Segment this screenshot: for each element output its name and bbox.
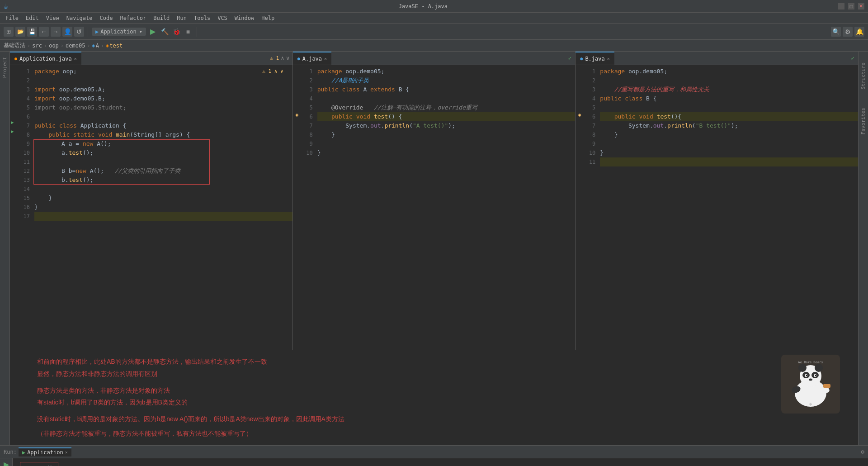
right-line-5 [600,103,858,112]
back-button[interactable]: ← [39,27,49,37]
titlebar-left: ☕ [4,2,8,10]
menu-edit[interactable]: Edit [22,14,42,22]
right-line-6: public void test(){ [600,112,858,121]
breadcrumb-class-a[interactable]: ◉ A [92,43,99,49]
code-line-8: public static void main(String[] args) { [34,130,292,139]
titlebar: ☕ JavaSE - A.java — □ ✕ [0,0,868,13]
search-everywhere-button[interactable]: 🔍 [831,27,841,37]
right-line-2 [600,76,858,85]
right-editor-content: ◉ 1234567891011 package oop.demo05; //重写… [576,65,858,350]
new-project-button[interactable]: ⊞ [4,27,14,37]
middle-code-content: package oop.demo05; //A是B的子类 public clas… [316,65,576,350]
toolbar-separator-2 [197,27,197,37]
project-panel-label[interactable]: Project [2,53,8,81]
mid-line-5: @Override //注解—有功能的注释，override重写 [317,103,576,112]
mid-line-6: public void test() { [317,112,576,121]
build-button[interactable]: 🔨 [160,27,170,37]
svg-point-8 [806,375,807,376]
maximize-button[interactable]: □ [848,3,854,10]
gutter-bullet-b6[interactable]: ◉ [576,110,584,119]
middle-editor-pane: ● A.java ✕ ✓ ◉ 12345 [293,52,576,350]
mid-line-8: } [317,130,576,139]
breadcrumb-oop[interactable]: oop [49,43,59,49]
tab-close-application[interactable]: ✕ [74,56,77,61]
menu-window[interactable]: Window [231,14,258,22]
menu-help[interactable]: Help [258,14,278,22]
run-config-dropdown: ▾ [139,29,142,35]
breadcrumb-root[interactable]: 基础语法 [4,42,25,49]
mid-line-4 [317,94,576,103]
undo-button[interactable]: ↺ [74,27,84,37]
run-again-button[interactable]: ▶ [4,460,9,466]
open-button[interactable]: 📂 [15,27,25,37]
save-button[interactable]: 💾 [27,27,37,37]
tab-close-a[interactable]: ✕ [324,56,327,61]
left-editor-content: ▶ ▶ 1234567891011121314151617 package oo… [10,65,292,350]
run-settings-icon[interactable]: ⚙ [861,448,864,455]
notifications-button[interactable]: 🔔 [854,27,864,37]
menu-navigate[interactable]: Navigate [63,14,96,22]
profile-button[interactable]: 👤 [62,27,72,37]
breadcrumb-src[interactable]: src [32,43,42,49]
mid-line-1: package oop.demo05; [317,67,576,76]
ann-line3 [37,380,831,385]
tab-b-java[interactable]: ● B.java ✕ [576,52,614,65]
window-controls: — □ ✕ [838,3,864,10]
tab-application-java[interactable]: ● Application.java ✕ [10,52,81,65]
run-label: Run: [4,449,17,455]
menubar: File Edit View Navigate Code Refactor Bu… [0,13,868,24]
menu-refactor[interactable]: Refactor [116,14,150,22]
close-button[interactable]: ✕ [858,3,864,10]
code-line-2 [34,76,292,85]
structure-label[interactable]: Structure [860,62,866,90]
debug-button[interactable]: 🐞 [171,27,181,37]
code-line-4: import oop.demo05.B; [34,94,292,103]
menu-vcs[interactable]: VCS [214,14,231,22]
left-editor-tabs: ● Application.java ✕ ⚠ 1 ∧ ∨ [10,52,292,65]
run-tab-icon: ▶ [22,449,25,456]
tab-a-java[interactable]: ● A.java ✕ [293,52,331,65]
menu-file[interactable]: File [2,14,22,22]
stop-button[interactable]: ■ [183,27,193,37]
gutter-bullet-6[interactable]: ◉ [293,110,301,119]
breadcrumb-method-test[interactable]: ◉ test [106,43,123,49]
mid-line-7: System.out.println("A-test()"); [317,121,576,130]
code-line-1: package oop;⚠ 1 ∧ ∨ [34,67,292,76]
minimize-button[interactable]: — [838,3,844,10]
favorites-label[interactable]: Favorites [860,108,866,135]
right-line-7: System.out.println("B-test()"); [600,121,858,130]
red-box-container: A a = new A(); a.test(); B b=new A(); //… [34,139,292,185]
menu-tools[interactable]: Tools [190,14,214,22]
code-line-17 [34,212,292,221]
check-icon-right: ✓ [851,55,854,62]
run-config-name: Application [100,29,136,35]
run-gutter-icon-7[interactable]: ▶ [11,119,14,125]
run-button[interactable]: ▶ [148,27,158,37]
menu-view[interactable]: View [42,14,63,22]
tab-close-b[interactable]: ✕ [607,56,610,61]
menu-build[interactable]: Build [150,14,173,22]
menu-code[interactable]: Code [96,14,117,22]
toolbar: ⊞ 📂 💾 ← → 👤 ↺ ▶ Application ▾ ▶ 🔨 🐞 ■ 🔍 … [0,24,868,40]
ann-line6 [37,409,831,413]
breadcrumb: 基础语法 › src › oop › demo05 › ◉ A › ◉ test [0,40,868,52]
svg-point-9 [815,375,816,376]
menu-run[interactable]: Run [173,14,190,22]
run-tab-application[interactable]: ▶ Application ✕ [19,447,71,456]
run-content: ▶ ↑ ↓ ↵ A-test() A-test() Process finish… [0,458,868,466]
ann-line2: 显然，静态方法和非静态方法的调用有区别 [37,368,831,380]
right-line-8: } [600,130,858,139]
run-tab-close[interactable]: ✕ [65,450,68,455]
expand-icon[interactable]: ∧ [281,55,284,62]
forward-button[interactable]: → [51,27,61,37]
settings-button[interactable]: ⚙ [843,27,853,37]
run-configuration[interactable]: ▶ Application ▾ [92,28,146,36]
breadcrumb-demo05[interactable]: demo05 [66,43,85,49]
collapse-icon[interactable]: ∨ [286,55,290,62]
ann-line9: （非静态方法才能被重写，静态方法不能被重写，私有方法也不能被重写了） [37,428,831,440]
toolbar-separator [88,27,88,37]
run-gutter-icon-8[interactable]: ▶ [11,128,14,134]
middle-gutter: ◉ [293,65,301,350]
mid-line-10: } [317,148,576,157]
right-line-1: package oop.demo05; [600,67,858,76]
